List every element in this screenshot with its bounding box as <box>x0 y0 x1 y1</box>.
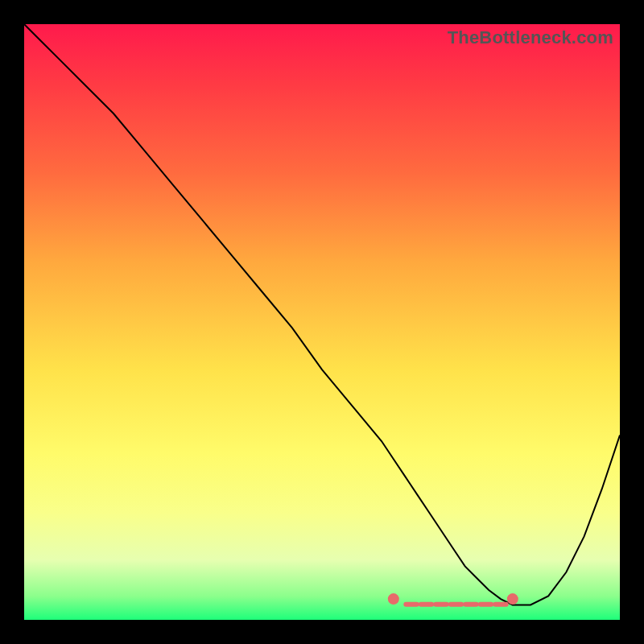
bottleneck-curve <box>24 24 620 605</box>
bottleneck-plot <box>24 24 620 620</box>
sweet-spot-dot <box>388 593 399 605</box>
sweet-spot-markers <box>388 593 518 605</box>
chart-area: TheBottleneck.com <box>24 24 620 620</box>
sweet-spot-dot <box>507 593 518 605</box>
brand-label: TheBottleneck.com <box>448 27 613 48</box>
